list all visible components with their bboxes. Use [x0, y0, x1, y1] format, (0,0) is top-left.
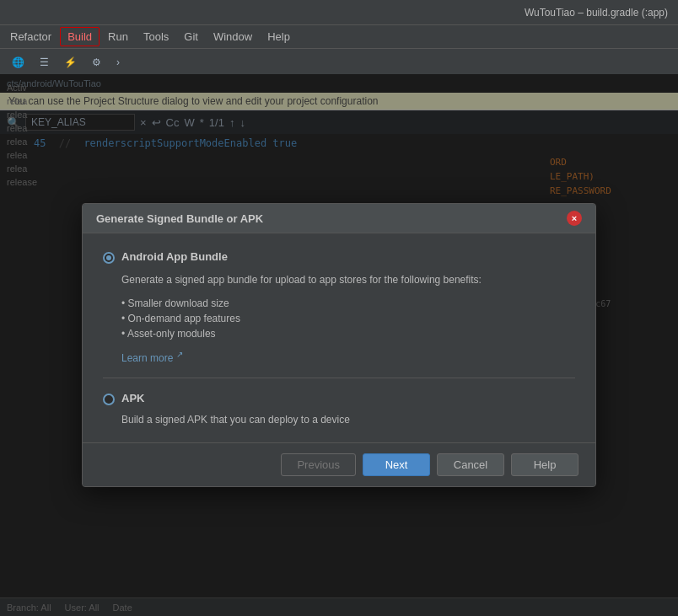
benefit-item-3: Asset-only modules [121, 326, 575, 341]
cancel-button[interactable]: Cancel [437, 453, 504, 476]
toolbar-list-icon[interactable]: ☰ [35, 55, 54, 70]
radio-bundle[interactable] [103, 252, 115, 264]
menu-item-run[interactable]: Run [101, 28, 135, 46]
benefit-item-2: On-demand app features [121, 311, 575, 326]
radio-apk[interactable] [103, 394, 115, 405]
benefit-item-1: Smaller download size [121, 296, 575, 311]
menu-item-tools[interactable]: Tools [137, 28, 175, 46]
next-button[interactable]: Next [363, 453, 430, 476]
dialog-title-bar: Generate Signed Bundle or APK × [83, 204, 595, 233]
toolbar-globe-icon[interactable]: 🌐 [7, 55, 30, 70]
menu-item-help[interactable]: Help [261, 28, 297, 46]
learn-more-text: Learn more [121, 352, 176, 364]
apk-description: Build a signed APK that you can deploy t… [121, 414, 575, 426]
main-area: cts/android/WuTouTiao You can use the Pr… [0, 74, 678, 616]
menu-item-git[interactable]: Git [177, 28, 205, 46]
toolbar-filter-icon[interactable]: ⚡ [59, 55, 82, 70]
menu-item-window[interactable]: Window [207, 28, 259, 46]
option-divider [103, 378, 575, 378]
menu-item-build[interactable]: Build [60, 27, 100, 46]
bundle-description: Generate a signed app bundle for upload … [121, 272, 575, 287]
apk-option-label: APK [121, 392, 144, 404]
dialog-close-button[interactable]: × [567, 211, 582, 226]
radio-option-apk[interactable]: APK [103, 392, 575, 405]
previous-button[interactable]: Previous [281, 453, 356, 476]
dialog-footer: Previous Next Cancel Help [83, 442, 595, 486]
menu-bar: Refactor Build Run Tools Git Window Help [0, 25, 678, 49]
generate-signed-dialog: Generate Signed Bundle or APK × Android … [82, 203, 596, 487]
toolbar-arrow-icon[interactable]: › [111, 55, 125, 70]
bundle-benefits-list: Smaller download size On-demand app feat… [121, 296, 575, 341]
menu-item-refactor[interactable]: Refactor [3, 28, 58, 46]
title-bar-text: WuTouTiao – build.gradle (:app) [525, 7, 668, 19]
title-bar: WuTouTiao – build.gradle (:app) [0, 0, 678, 25]
toolbar-gear-icon[interactable]: ⚙ [87, 55, 106, 70]
dialog-title: Generate Signed Bundle or APK [96, 212, 263, 225]
help-button[interactable]: Help [511, 453, 578, 476]
bundle-option-label: Android App Bundle [121, 250, 228, 263]
dialog-body: Android App Bundle Generate a signed app… [83, 233, 595, 442]
radio-option-bundle[interactable]: Android App Bundle [103, 250, 575, 264]
learn-more-arrow-icon: ↗ [176, 350, 183, 359]
toolbar: 🌐 ☰ ⚡ ⚙ › [0, 49, 678, 76]
learn-more-link[interactable]: Learn more ↗ [121, 352, 183, 364]
dialog-overlay: Generate Signed Bundle or APK × Android … [0, 74, 678, 616]
